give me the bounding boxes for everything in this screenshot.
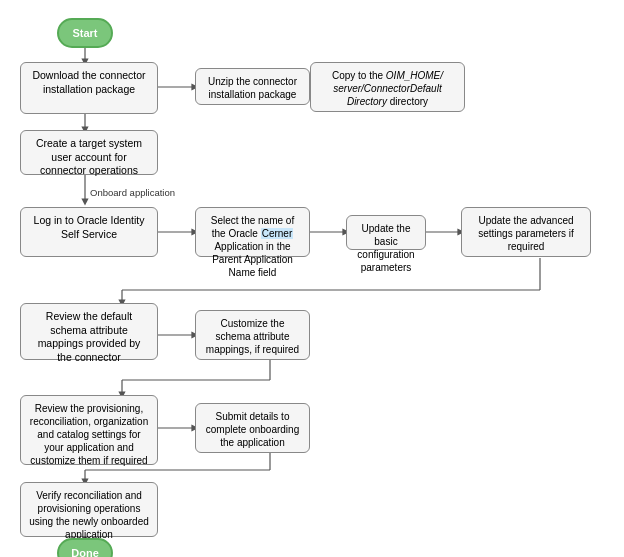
box-verify-text: Verify reconciliation and provisioning o… xyxy=(29,490,149,540)
box-create-account: Create a target system user account for … xyxy=(20,130,158,175)
onboard-label-text: Onboard application xyxy=(90,187,175,198)
box-update-basic: Update the basic configuration parameter… xyxy=(346,215,426,250)
box-download: Download the connector installation pack… xyxy=(20,62,158,114)
start-circle: Start xyxy=(57,18,113,48)
box-review-schema-text: Review the default schema attribute mapp… xyxy=(38,310,141,363)
box-review-prov-text: Review the provisioning, reconciliation,… xyxy=(30,403,148,466)
onboard-label: Onboard application xyxy=(90,187,200,198)
box-submit: Submit details to complete onboarding th… xyxy=(195,403,310,453)
box-review-prov: Review the provisioning, reconciliation,… xyxy=(20,395,158,465)
box-update-advanced-text: Update the advanced settings parameters … xyxy=(478,215,574,252)
box-review-schema: Review the default schema attribute mapp… xyxy=(20,303,158,360)
box-copy-text: Copy to the OIM_HOME/server/ConnectorDef… xyxy=(332,70,443,107)
done-circle: Done xyxy=(57,538,113,557)
box-unzip: Unzip the connector installation package xyxy=(195,68,310,105)
flowchart-diagram: Start Download the connector installatio… xyxy=(10,10,614,557)
box-select-name-text: Select the name of the Oracle Cerner App… xyxy=(211,215,294,278)
box-submit-text: Submit details to complete onboarding th… xyxy=(206,411,299,448)
box-create-account-text: Create a target system user account for … xyxy=(36,137,142,176)
box-verify: Verify reconciliation and provisioning o… xyxy=(20,482,158,537)
start-label: Start xyxy=(72,27,97,39)
done-label: Done xyxy=(71,547,99,557)
box-customize-schema-text: Customize the schema attribute mappings,… xyxy=(206,318,299,355)
box-select-name: Select the name of the Oracle Cerner App… xyxy=(195,207,310,257)
box-login-text: Log in to Oracle Identity Self Service xyxy=(34,214,145,240)
box-unzip-text: Unzip the connector installation package xyxy=(208,76,297,100)
box-customize-schema: Customize the schema attribute mappings,… xyxy=(195,310,310,360)
box-login: Log in to Oracle Identity Self Service xyxy=(20,207,158,257)
box-update-advanced: Update the advanced settings parameters … xyxy=(461,207,591,257)
box-copy: Copy to the OIM_HOME/server/ConnectorDef… xyxy=(310,62,465,112)
box-update-basic-text: Update the basic configuration parameter… xyxy=(357,223,414,273)
box-download-text: Download the connector installation pack… xyxy=(32,69,145,95)
